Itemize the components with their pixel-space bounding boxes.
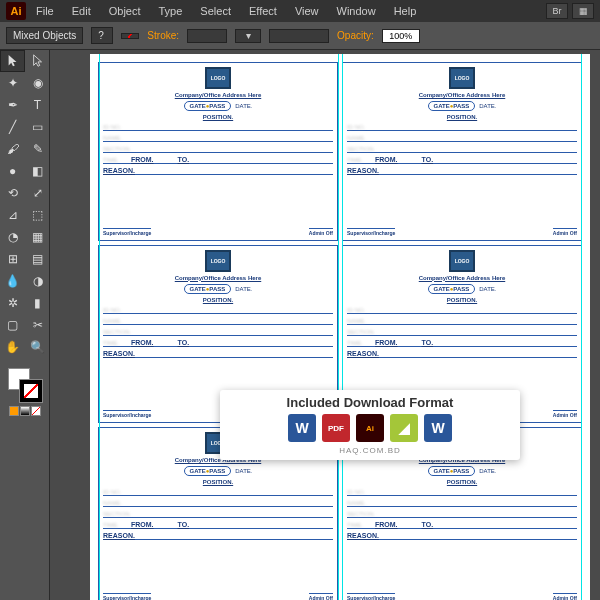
fill-stroke-control[interactable] [8,368,42,402]
logo-placeholder: LOGO [205,250,231,272]
menu-view[interactable]: View [287,2,327,20]
format-icon: ◢ [390,414,418,442]
menu-help[interactable]: Help [386,2,425,20]
field-name: NAME. [103,499,333,507]
field-idno: ID NO. [103,488,333,496]
format-icon: W [288,414,316,442]
field-reason: REASON. [347,532,577,540]
stroke-color-swatch[interactable] [187,29,227,43]
logo-placeholder: LOGO [205,67,231,89]
pen-tool[interactable]: ✒ [0,94,25,116]
none-mode-icon[interactable] [31,406,41,416]
field-reason: REASON. [103,167,333,175]
menu-file[interactable]: File [28,2,62,20]
signature-supervisor: Supervisor/Incharge [103,593,151,600]
arrange-docs-button[interactable]: ▦ [572,3,594,19]
gate-pass-card[interactable]: LOGO Company/Office Address Here GATE●PA… [342,62,582,241]
field-name: NAME. [347,499,577,507]
gate-pass-card[interactable]: LOGO Company/Office Address Here GATE●PA… [98,62,338,241]
mesh-tool[interactable]: ⊞ [0,248,25,270]
symbol-sprayer-tool[interactable]: ✲ [0,292,25,314]
overlay-subtitle: HAQ.COM.BD [339,446,401,455]
stroke-none-icon[interactable] [121,33,139,39]
bridge-button[interactable]: Br [546,3,568,19]
format-icon: Ai [356,414,384,442]
rectangle-tool[interactable]: ▭ [25,116,50,138]
signature-supervisor: Supervisor/Incharge [347,228,395,236]
address-line: Company/Office Address Here [103,275,333,281]
download-format-overlay: Included Download Format WPDFAi◢W HAQ.CO… [220,390,520,460]
eraser-tool[interactable]: ◧ [25,160,50,182]
slice-tool[interactable]: ✂ [25,314,50,336]
logo-placeholder: LOGO [449,250,475,272]
magic-wand-tool[interactable]: ✦ [0,72,25,94]
field-time: TIME.FROM.TO. [347,156,577,164]
toolbox: ✦ ◉ ✒ T ╱ ▭ 🖌 ✎ ● ◧ ⟲ ⤢ ⊿ ⬚ ◔ ▦ ⊞ ▤ 💧 ◑ … [0,50,50,600]
stroke-label: Stroke: [147,30,179,41]
stroke-weight[interactable]: ▾ [235,29,261,43]
menu-window[interactable]: Window [329,2,384,20]
line-tool[interactable]: ╱ [0,116,25,138]
menu-effect[interactable]: Effect [241,2,285,20]
options-bar: Mixed Objects ? Stroke: ▾ Opacity: 100% [0,22,600,50]
pencil-tool[interactable]: ✎ [25,138,50,160]
blob-brush-tool[interactable]: ● [0,160,25,182]
brush-def[interactable] [269,29,329,43]
opacity-value[interactable]: 100% [382,29,420,43]
field-section: SECTION. [103,145,333,153]
overlay-title: Included Download Format [287,395,454,410]
signature-supervisor: Supervisor/Incharge [103,410,151,418]
free-transform-tool[interactable]: ⬚ [25,204,50,226]
hand-tool[interactable]: ✋ [0,336,25,358]
signature-admin: Admin Off [553,228,577,236]
address-line: Company/Office Address Here [347,275,577,281]
gate-pass-badge: GATE●PASS [184,101,232,111]
gate-pass-badge: GATE●PASS [428,101,476,111]
shape-builder-tool[interactable]: ◔ [0,226,25,248]
width-tool[interactable]: ⊿ [0,204,25,226]
position-label: POSITION. [103,114,333,120]
direct-select-tool[interactable] [25,50,50,72]
field-section: SECTION. [347,328,577,336]
signature-admin: Admin Off [553,593,577,600]
color-mode-icon[interactable] [9,406,19,416]
field-reason: REASON. [103,350,333,358]
stroke-swatch[interactable] [20,380,42,402]
signature-admin: Admin Off [553,410,577,418]
format-icon: W [424,414,452,442]
position-label: POSITION. [347,479,577,485]
paintbrush-tool[interactable]: 🖌 [0,138,25,160]
graph-tool[interactable]: ▮ [25,292,50,314]
selection-type[interactable]: Mixed Objects [6,27,83,44]
field-section: SECTION. [103,510,333,518]
gradient-mode-icon[interactable] [20,406,30,416]
position-label: POSITION. [103,297,333,303]
canvas[interactable]: LOGO Company/Office Address Here GATE●PA… [50,50,600,600]
field-section: SECTION. [103,328,333,336]
blend-tool[interactable]: ◑ [25,270,50,292]
menu-edit[interactable]: Edit [64,2,99,20]
perspective-tool[interactable]: ▦ [25,226,50,248]
gradient-tool[interactable]: ▤ [25,248,50,270]
field-section: SECTION. [347,510,577,518]
lasso-tool[interactable]: ◉ [25,72,50,94]
signature-admin: Admin Off [309,593,333,600]
menu-type[interactable]: Type [151,2,191,20]
type-tool[interactable]: T [25,94,50,116]
fill-dropdown[interactable]: ? [91,27,113,44]
artboard-tool[interactable]: ▢ [0,314,25,336]
zoom-tool[interactable]: 🔍 [25,336,50,358]
app-logo-icon: Ai [6,2,26,20]
field-idno: ID NO. [103,123,333,131]
scale-tool[interactable]: ⤢ [25,182,50,204]
format-icon: PDF [322,414,350,442]
field-reason: REASON. [103,532,333,540]
menu-select[interactable]: Select [192,2,239,20]
field-time: TIME.FROM.TO. [347,521,577,529]
menu-object[interactable]: Object [101,2,149,20]
eyedropper-tool[interactable]: 💧 [0,270,25,292]
selection-tool[interactable] [0,50,25,72]
field-idno: ID NO. [103,306,333,314]
artboard[interactable]: LOGO Company/Office Address Here GATE●PA… [90,54,590,600]
rotate-tool[interactable]: ⟲ [0,182,25,204]
